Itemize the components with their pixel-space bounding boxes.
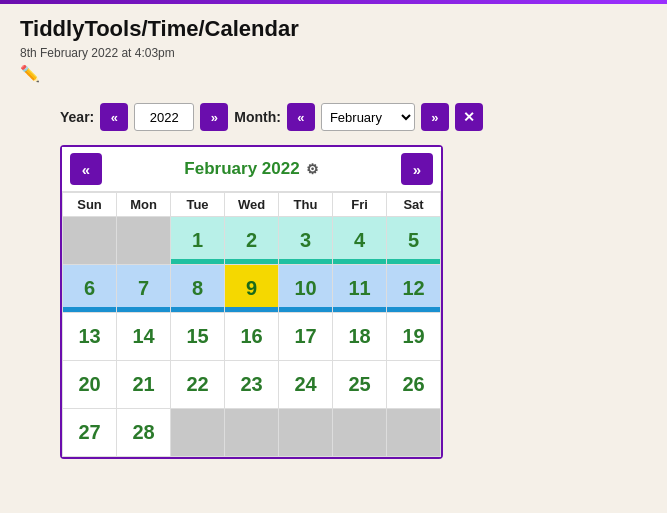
calendar-day-28[interactable]: 28 [117, 409, 171, 457]
event-bar [171, 259, 224, 264]
calendar-day-5[interactable]: 5 [387, 217, 441, 265]
calendar-empty [63, 217, 117, 265]
cal-next-button[interactable]: » [401, 153, 433, 185]
calendar-day-11[interactable]: 11 [333, 265, 387, 313]
calendar-day-26[interactable]: 26 [387, 361, 441, 409]
calendar-empty [171, 409, 225, 457]
event-bar [333, 307, 386, 312]
calendar-day-10[interactable]: 10 [279, 265, 333, 313]
event-bar [225, 307, 278, 312]
calendar: « February 2022 ⚙ » Sun Mon Tue Wed Thu … [60, 145, 443, 459]
calendar-day-2[interactable]: 2 [225, 217, 279, 265]
event-bar [279, 259, 332, 264]
calendar-day-14[interactable]: 14 [117, 313, 171, 361]
event-bar [387, 307, 440, 312]
calendar-day-12[interactable]: 12 [387, 265, 441, 313]
calendar-day-1[interactable]: 1 [171, 217, 225, 265]
event-bar [279, 307, 332, 312]
event-bar [387, 259, 440, 264]
year-input[interactable] [134, 103, 194, 131]
calendar-day-22[interactable]: 22 [171, 361, 225, 409]
calendar-day-21[interactable]: 21 [117, 361, 171, 409]
cal-prev-button[interactable]: « [70, 153, 102, 185]
month-label: Month: [234, 109, 281, 125]
calendar-empty [117, 217, 171, 265]
header-mon: Mon [117, 193, 171, 217]
calendar-week-0: 12345 [63, 217, 441, 265]
edit-icon[interactable]: ✏️ [20, 64, 647, 83]
calendar-empty [387, 409, 441, 457]
header-wed: Wed [225, 193, 279, 217]
header-thu: Thu [279, 193, 333, 217]
year-next-button[interactable]: » [200, 103, 228, 131]
calendar-header: « February 2022 ⚙ » [62, 147, 441, 192]
calendar-week-4: 2728 [63, 409, 441, 457]
header-fri: Fri [333, 193, 387, 217]
page-title: TiddlyTools/Time/Calendar [20, 16, 647, 42]
day-header-row: Sun Mon Tue Wed Thu Fri Sat [63, 193, 441, 217]
month-prev-button[interactable]: « [287, 103, 315, 131]
calendar-day-17[interactable]: 17 [279, 313, 333, 361]
year-prev-button[interactable]: « [100, 103, 128, 131]
calendar-week-2: 13141516171819 [63, 313, 441, 361]
calendar-day-24[interactable]: 24 [279, 361, 333, 409]
calendar-title-text: February 2022 [184, 159, 299, 179]
header-sun: Sun [63, 193, 117, 217]
calendar-day-15[interactable]: 15 [171, 313, 225, 361]
calendar-empty [225, 409, 279, 457]
calendar-day-19[interactable]: 19 [387, 313, 441, 361]
event-bar [225, 259, 278, 264]
calendar-grid: Sun Mon Tue Wed Thu Fri Sat 123456789101… [62, 192, 441, 457]
calendar-day-27[interactable]: 27 [63, 409, 117, 457]
calendar-week-3: 20212223242526 [63, 361, 441, 409]
calendar-day-25[interactable]: 25 [333, 361, 387, 409]
month-select[interactable]: January February March April May June Ju… [321, 103, 415, 131]
month-next-button[interactable]: » [421, 103, 449, 131]
calendar-day-6[interactable]: 6 [63, 265, 117, 313]
event-bar [117, 307, 170, 312]
calendar-empty [333, 409, 387, 457]
year-label: Year: [60, 109, 94, 125]
event-bar [63, 307, 116, 312]
header-sat: Sat [387, 193, 441, 217]
calendar-day-20[interactable]: 20 [63, 361, 117, 409]
event-bar [171, 307, 224, 312]
calendar-title: February 2022 ⚙ [184, 159, 318, 179]
calendar-day-16[interactable]: 16 [225, 313, 279, 361]
calendar-week-1: 6789101112 [63, 265, 441, 313]
calendar-day-4[interactable]: 4 [333, 217, 387, 265]
header-tue: Tue [171, 193, 225, 217]
calendar-day-8[interactable]: 8 [171, 265, 225, 313]
gear-icon[interactable]: ⚙ [306, 161, 319, 177]
controls-row: Year: « » Month: « January February Marc… [60, 103, 647, 131]
calendar-day-7[interactable]: 7 [117, 265, 171, 313]
calendar-empty [279, 409, 333, 457]
calendar-day-23[interactable]: 23 [225, 361, 279, 409]
calendar-day-18[interactable]: 18 [333, 313, 387, 361]
clear-button[interactable]: ✕ [455, 103, 483, 131]
calendar-day-3[interactable]: 3 [279, 217, 333, 265]
subtitle: 8th February 2022 at 4:03pm [20, 46, 647, 60]
calendar-day-13[interactable]: 13 [63, 313, 117, 361]
calendar-day-9[interactable]: 9 [225, 265, 279, 313]
event-bar [333, 259, 386, 264]
